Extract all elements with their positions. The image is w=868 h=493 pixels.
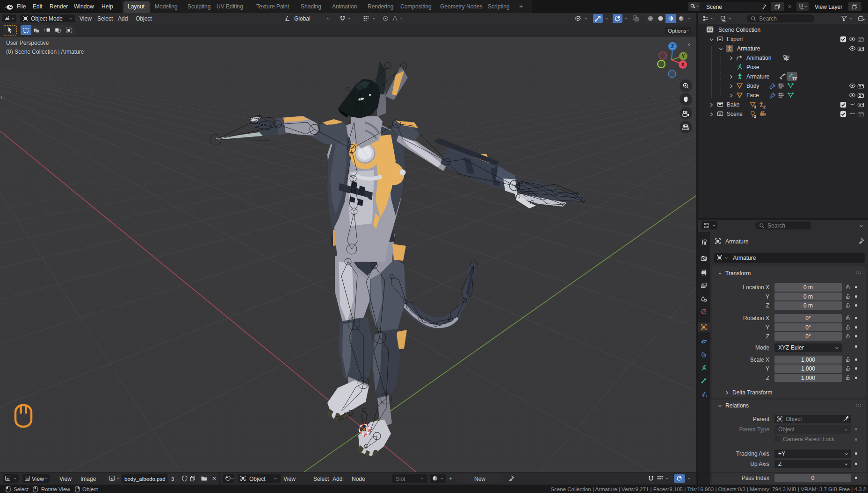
svg-text:Z: Z: [671, 44, 674, 49]
svg-text:X: X: [681, 62, 685, 67]
svg-text:Y: Y: [682, 54, 685, 59]
